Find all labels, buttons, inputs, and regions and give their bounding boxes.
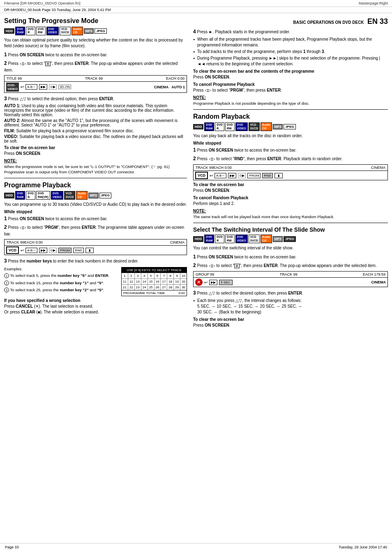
- divider-2: [193, 109, 388, 110]
- badge-vcd-svcd-3: VCDSVCD: [249, 122, 260, 131]
- badge-audio-cd: AudioCD: [71, 27, 83, 35]
- onscreen4-rnd: RND: [262, 173, 272, 178]
- badge-dvd-ram-3: DVDRAM: [204, 122, 214, 131]
- onscreen-progressive-body: DVD-VIDEO ↩ A-B↔ ▶▶ ⊙▶ 3D-ON CINEMA AUTO…: [5, 82, 187, 92]
- onscreen-random-body: VCD ↩ A-B↔ ▶▶ ⊙▶ PRGM RND ▮: [194, 171, 387, 180]
- cancel-random-title: To cancel Random Playback: [193, 196, 388, 200]
- onscreen-ab: A-B↔: [25, 84, 37, 90]
- cancel-prog-title: To cancel Programme Playback: [193, 82, 388, 87]
- circle-1: 1: [4, 273, 9, 278]
- prog-total-label: PROGRAMME TOTAL TIME: [123, 291, 165, 295]
- onscreen-slideshow-header: GROUP 99 TRACK 99 EACH 179:59: [194, 272, 387, 278]
- sub-header: DR-MH30EU_00.book Page 33 Tuesday, June …: [0, 7, 392, 13]
- badge-mp3-3: MP3: [273, 124, 283, 130]
- section-slideshow-title: Select The Switching Interval Of The Sli…: [193, 226, 388, 233]
- section-programme-title: Programme Playback: [4, 182, 187, 189]
- divider-3: [193, 223, 388, 223]
- onscreen-random: TRACK 99 EACH 0:00 CINEMA VCD ↩ A-B↔ ▶▶ …: [193, 164, 388, 180]
- progressive-badges: HDD DVDRAM DVDR DVDRW DVDVIDEO VCDSVCD A…: [4, 27, 187, 35]
- wrong-selection-title: If you have specified a wrong selection: [4, 298, 187, 303]
- badge-dvd-rw: DVDRW: [36, 27, 46, 35]
- note-title-prog: NOTE:: [4, 159, 187, 163]
- onscreen-progressive: TITLE 99 TRACK 99 EACH 0:00 DVD-VIDEO ↩ …: [4, 75, 187, 93]
- footer-date: Tuesday, 29 June 2004 17:40: [339, 545, 387, 549]
- basic-ops-label: BASIC OPERATIONS ON DVD DECK: [293, 20, 364, 25]
- onscreen-each: EACH 0:00: [166, 76, 184, 81]
- badge-dvd-r-3: DVDR: [215, 122, 224, 131]
- badge-hdd-5: HDD: [193, 236, 203, 242]
- badge-dvd-rw-5: DVDRW: [225, 235, 235, 243]
- onscreen-programme-header: TRACK 99 EACH 0:00 CINEMA: [5, 240, 187, 246]
- onscreen4-settings: ⊙▶: [238, 173, 246, 178]
- examples-title: Examples:: [4, 266, 118, 272]
- onscreen-random-header: TRACK 99 EACH 0:00 CINEMA: [194, 165, 387, 171]
- note-prog-right: NOTE:: [193, 95, 388, 100]
- random-step2: 2 Press ◁▷ to select "RND", then press E…: [193, 155, 388, 162]
- prog-bullet-2: To add tracks to the end of the programm…: [193, 49, 388, 55]
- circle-2: 2: [4, 281, 9, 286]
- section-programme: Programme Playback HDD DVDRAM DVDR DVDRW…: [4, 182, 187, 315]
- onscreen2-prgm: PRGM: [58, 248, 71, 253]
- badge-audio-cd-3: AudioCD: [261, 122, 272, 131]
- divider-1: [4, 178, 187, 178]
- onscreen-track99: TRACK 99: [85, 76, 103, 81]
- badge-dvd-video-2: DVDVIDEO: [51, 191, 63, 200]
- example-2: 2 To select track 15, press the number k…: [4, 280, 118, 286]
- random-body: You can play back all the tracks on the …: [193, 133, 388, 139]
- onscreen-arrow-left: ↩: [21, 85, 24, 89]
- while-stopped-2: While stopped: [4, 210, 187, 214]
- note-prog-right-text: Programme Playback is not possible depen…: [193, 101, 388, 106]
- clear-bar-prog-text: Press ON SCREEN.: [193, 74, 388, 80]
- badge-mp3-2: MP3: [88, 193, 98, 198]
- vcd-badge: VCD: [6, 246, 19, 254]
- badge-dvd-r: DVDR: [26, 27, 35, 35]
- badge-vcd-svcd-2: VCDSVCD: [64, 191, 75, 200]
- example-3: 3 To select track 25, press the number k…: [4, 287, 118, 293]
- onscreen4-fwd: ▶▶: [228, 173, 236, 178]
- onscreen4-arrow: ↩: [210, 173, 213, 178]
- examples-flex: Examples: 1 To select track 5, press the…: [4, 266, 187, 296]
- example-1: 1 To select track 5, press the number ke…: [4, 273, 118, 279]
- onscreen4-each: EACH 0:00: [213, 166, 232, 170]
- page-footer: Page 33 Tuesday, 29 June 2004 17:40: [0, 543, 392, 551]
- progressive-step2: 2 Press ◁▷ to select "⊞", then press ENT…: [4, 60, 187, 73]
- onscreen-progressive-header: TITLE 99 TRACK 99 EACH 0:00: [5, 76, 187, 82]
- onscreen5-track99: TRACK 99: [280, 272, 297, 276]
- prog-table-footer: PROGRAMME TOTAL TIME 0:00: [122, 290, 187, 296]
- clear-bar-random-text: Press ON SCREEN.: [193, 188, 388, 193]
- main-content: Setting The Progressive Mode HDD DVDRAM …: [0, 13, 392, 334]
- onscreen5-each: EACH 179:59: [363, 272, 385, 276]
- slideshow-step3: 3 Press △▽ to select the desired option,…: [193, 289, 388, 297]
- badge-mp3: MP3: [84, 28, 94, 34]
- programme-step4: 4 Press ►. Playback starts in the progra…: [193, 28, 388, 35]
- progressive-body: You can obtain optimal picture quality b…: [4, 37, 187, 49]
- section-random-title: Random Playback: [193, 113, 388, 120]
- onscreen-slideshow: GROUP 99 TRACK 99 EACH 179:59 R ↩ ▶▶ 5 S…: [193, 271, 388, 287]
- clear-bar-text-prog: Press ON SCREEN.: [4, 151, 187, 157]
- note-text-prog: When the progressive mode is set, be sur…: [4, 164, 187, 175]
- progressive-step1: 1 Press ON SCREEN twice to access the on…: [4, 51, 187, 58]
- cancel-prog-text: Press ◁▷ to select "PRGM", then press EN…: [193, 88, 388, 93]
- clear-bar-title-prog: To clear the on-screen bar: [4, 145, 187, 150]
- badge-dvd-ram-5: DVDRAM: [204, 235, 214, 243]
- wrong-selection: If you have specified a wrong selection …: [4, 298, 187, 315]
- clear-bar-slideshow-text: Press ON SCREEN.: [193, 322, 388, 328]
- onscreen2-arrow: ↩: [21, 248, 24, 253]
- prog-row-2: 11121314151617181920: [122, 279, 187, 284]
- prog-bullet-1: When all of the programmed tracks have b…: [193, 37, 388, 48]
- prog-row-3: 21222324252627282930: [122, 284, 187, 290]
- header-bar: Filename [DR-MH30EU_05DVD Operation.fm] …: [0, 0, 392, 7]
- badge-hdd-2: HDD: [4, 193, 14, 198]
- badge-jpeg-3: JPEG: [284, 124, 295, 130]
- onscreen5-arrow: ↩: [204, 280, 208, 285]
- onscreen-fwd: ▶▶: [39, 84, 47, 90]
- onscreen5-group99: GROUP 99: [196, 272, 214, 276]
- section-slideshow: Select The Switching Interval Of The Sli…: [193, 226, 388, 328]
- badge-dvd-video-5: DVDVIDEO: [235, 235, 248, 243]
- programme-step3: 3 Press the number keys to enter the tra…: [4, 257, 187, 265]
- badge-dvd-r-2: DVDR: [26, 191, 35, 200]
- slideshow-step1: 1 Press ON SCREEN twice to access the on…: [193, 253, 388, 260]
- header-bookref: DR-MH30EU_00.book Page 33 Tuesday, June …: [4, 8, 111, 12]
- programme-step1: 1 Press ON SCREEN twice to access the on…: [4, 215, 187, 222]
- onscreen2-rnd: RND: [73, 248, 83, 253]
